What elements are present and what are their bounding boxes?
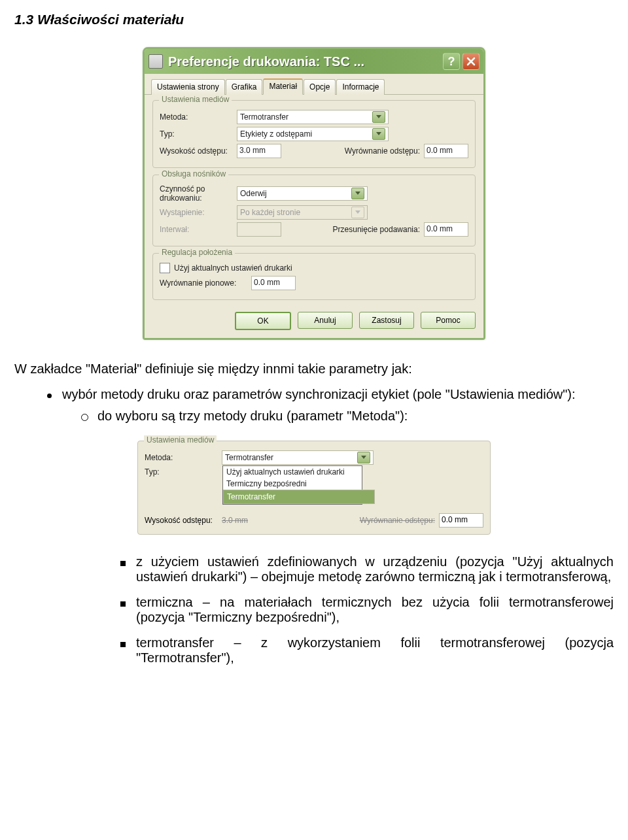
- bullet-level2: do wyboru są trzy metody druku (parametr…: [81, 409, 614, 424]
- frag-method-value: Termotransfer: [225, 453, 273, 462]
- ring-icon: [81, 414, 88, 421]
- bullet-level3: termotransfer – z wykorzystaniem folii t…: [120, 635, 614, 665]
- frag-method-select[interactable]: Termotransfer Użyj aktualnych ustawień d…: [222, 450, 374, 465]
- feed-offset-input[interactable]: 0.0 mm: [424, 222, 468, 237]
- use-current-label: Użyj aktualnych ustawień drukarki: [174, 263, 292, 273]
- group-media-handling: Obsługa nośników Czynność po drukowaniu:…: [152, 175, 476, 246]
- cancel-button[interactable]: Anuluj: [298, 312, 353, 329]
- group-handling-title: Obsługa nośników: [159, 169, 228, 178]
- gap-height-label: Wysokość odstępu:: [160, 146, 237, 156]
- method-value: Termotransfer: [240, 112, 288, 122]
- bullet-icon: [47, 394, 52, 398]
- occurrence-select: Po każdej stronie: [237, 205, 368, 220]
- tab-material[interactable]: Materiał: [263, 78, 303, 95]
- tab-bar: Ustawienia strony Grafika Materiał Opcje…: [145, 74, 483, 95]
- ok-button[interactable]: OK: [235, 312, 291, 330]
- bullet-text: wybór metody druku oraz parametrów synch…: [62, 387, 576, 402]
- interval-input: [237, 222, 281, 237]
- frag-title: Ustawienia mediów: [144, 435, 217, 445]
- square-icon: [120, 601, 126, 607]
- printer-icon: [148, 54, 163, 69]
- postprint-select[interactable]: Oderwij: [237, 186, 368, 201]
- use-current-checkbox[interactable]: [160, 263, 170, 273]
- gap-height-input[interactable]: 3.0 mm: [237, 144, 281, 158]
- close-button[interactable]: [462, 53, 480, 70]
- type-value: Etykiety z odstępami: [240, 129, 312, 139]
- vert-offset-input[interactable]: 0.0 mm: [251, 276, 296, 290]
- bullet-text: termotransfer – z wykorzystaniem folii t…: [136, 635, 614, 665]
- tab-info[interactable]: Informacje: [336, 79, 385, 95]
- tab-page-setup[interactable]: Ustawienia strony: [151, 79, 225, 95]
- occurrence-value: Po każdej stronie: [240, 208, 300, 217]
- help-button[interactable]: ?: [443, 53, 460, 70]
- frag-gap-height-strike: 3.0 mm: [222, 516, 248, 525]
- chevron-down-icon[interactable]: [372, 128, 385, 140]
- interval-label: Interwał:: [160, 225, 237, 234]
- feed-offset-label: Przesunięcie podawania:: [333, 225, 420, 234]
- group-media-fragment: Ustawienia mediów Metoda: Termotransfer …: [137, 441, 491, 535]
- bullet-text: do wyboru są trzy metody druku (parametr…: [97, 409, 408, 424]
- method-option[interactable]: Użyj aktualnych ustawień drukarki: [223, 466, 362, 478]
- square-icon: [120, 642, 126, 647]
- method-label: Metoda:: [160, 112, 237, 122]
- method-option-selected[interactable]: Termotransfer: [223, 490, 375, 504]
- gap-offset-label: Wyrównanie odstępu:: [345, 146, 420, 156]
- bullet-level1: wybór metody druku oraz parametrów synch…: [47, 387, 614, 402]
- method-select[interactable]: Termotransfer: [237, 110, 389, 124]
- group-media-title: Ustawienia mediów: [159, 95, 232, 104]
- chevron-down-icon: [351, 207, 364, 218]
- tab-options[interactable]: Opcje: [304, 79, 336, 95]
- method-options-list: Użyj aktualnych ustawień drukarki Termic…: [222, 465, 362, 505]
- section-heading: 1.3 Właściwości materiału: [14, 12, 614, 27]
- bullet-text: termiczna – na materiałach termicznych b…: [136, 595, 614, 625]
- type-label: Typ:: [160, 129, 237, 139]
- bullet-text: z użyciem ustawień zdefiniowanych w urzą…: [136, 554, 614, 584]
- frag-gap-offset-input[interactable]: 0.0 mm: [439, 513, 483, 528]
- dialog-body: Ustawienia mediów Metoda: Termotransfer …: [145, 95, 483, 308]
- postprint-value: Oderwij: [240, 189, 267, 198]
- type-select[interactable]: Etykiety z odstępami: [237, 127, 389, 141]
- preferences-dialog: Preferencje drukowania: TSC ... ? Ustawi…: [143, 47, 485, 340]
- chevron-down-icon[interactable]: [357, 452, 370, 463]
- postprint-label: Czynność po drukowaniu:: [160, 184, 237, 203]
- bullet-level3: z użyciem ustawień zdefiniowanych w urzą…: [120, 554, 614, 584]
- frag-type-label: Typ:: [145, 467, 222, 477]
- frag-gap-offset-strike: Wyrównanie odstępu:: [360, 516, 435, 525]
- chevron-down-icon[interactable]: [372, 111, 385, 123]
- tab-graphics[interactable]: Grafika: [226, 79, 263, 95]
- bullet-level3: termiczna – na materiałach termicznych b…: [120, 595, 614, 625]
- square-icon: [120, 561, 126, 566]
- titlebar: Preferencje drukowania: TSC ... ?: [145, 49, 483, 74]
- group-position: Regulacja położenia Użyj aktualnych usta…: [152, 253, 476, 300]
- vert-offset-label: Wyrównanie pionowe:: [160, 278, 251, 288]
- dialog-buttons: OK Anuluj Zastosuj Pomoc: [145, 308, 483, 338]
- apply-button[interactable]: Zastosuj: [359, 312, 414, 329]
- method-option[interactable]: Termiczny bezpośredni: [223, 478, 362, 490]
- group-position-title: Regulacja położenia: [159, 248, 235, 257]
- group-media-settings: Ustawienia mediów Metoda: Termotransfer …: [152, 100, 476, 168]
- help-dialog-button[interactable]: Pomoc: [421, 312, 476, 329]
- frag-method-label: Metoda:: [145, 453, 222, 462]
- chevron-down-icon[interactable]: [351, 188, 364, 199]
- occurrence-label: Wystąpienie:: [160, 208, 237, 217]
- intro-text: W zakładce "Materiał" definiuje się międ…: [14, 360, 614, 378]
- gap-offset-input[interactable]: 0.0 mm: [424, 144, 468, 158]
- frag-gap-height-label: Wysokość odstępu:: [145, 516, 222, 525]
- dialog-title: Preferencje drukowania: TSC ...: [168, 54, 440, 69]
